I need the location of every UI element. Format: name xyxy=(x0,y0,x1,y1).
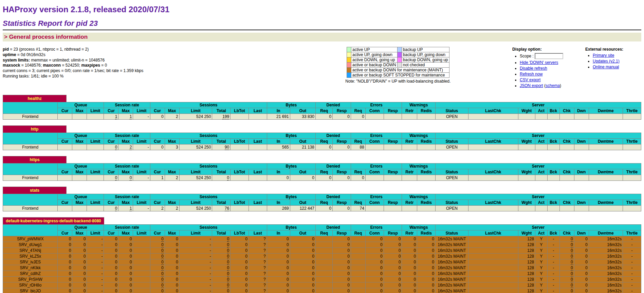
display-option-link[interactable]: Hide 'DOWN' servers xyxy=(520,60,558,65)
row-name: SRV_pWMWX xyxy=(3,236,58,242)
proxy-name-row: stats xyxy=(3,187,641,194)
stat-cell xyxy=(384,144,402,150)
column-header: Total xyxy=(212,108,231,114)
proxy-name-link[interactable]: https xyxy=(3,156,67,163)
stat-cell: OPEN xyxy=(436,144,468,150)
stat-cell: 0 xyxy=(58,271,72,277)
display-option-item: Disable refresh xyxy=(520,66,585,71)
display-option-link[interactable]: Disable refresh xyxy=(520,66,547,71)
row-name: SRV_4TANj xyxy=(3,248,58,254)
stat-cell: 0 xyxy=(104,236,118,242)
stat-cell: 16m32s MAINT xyxy=(436,271,468,277)
group-header: Warnings xyxy=(402,194,436,200)
stat-cell: 0 xyxy=(384,271,402,277)
proxy-section: statsQueueSession rateSessionsBytesDenie… xyxy=(3,187,641,211)
info-key: pid xyxy=(3,47,9,52)
stat-cell: 0 xyxy=(118,259,133,265)
stat-cell: - xyxy=(623,277,641,282)
stat-cell xyxy=(518,206,535,211)
stat-cell xyxy=(316,242,333,248)
stat-cell: ? xyxy=(249,265,267,271)
stat-cell: 16m32s MAINT xyxy=(436,265,468,271)
column-header: Resp xyxy=(384,139,402,144)
stat-cell: 0 xyxy=(104,271,118,277)
haproxy-version-link[interactable]: HAProxy version 2.1.8, released 2020/07/… xyxy=(3,5,169,14)
stat-cell: 16m32s xyxy=(589,288,623,293)
scope-input[interactable] xyxy=(535,53,563,59)
stat-cell: 0 xyxy=(384,254,402,259)
stat-cell: - xyxy=(623,242,641,248)
stat-cell xyxy=(133,248,150,254)
stat-value: 0 xyxy=(571,242,573,247)
row-name: SRV_nKIkk xyxy=(3,265,58,271)
display-options: Display option: Scope : Hide 'DOWN' serv… xyxy=(512,47,585,89)
stat-cell xyxy=(468,282,518,288)
stat-cell: 0 xyxy=(574,271,589,277)
proxy-name-link[interactable]: default-kubernetes-ingress-default-backe… xyxy=(3,217,104,224)
info-key: maxconn xyxy=(43,63,61,68)
stat-cell: 0 xyxy=(333,271,351,277)
column-header: Cur xyxy=(150,169,165,175)
stat-cell: 0 xyxy=(316,175,333,181)
stat-value: 0 xyxy=(161,289,164,293)
stat-cell: ? xyxy=(249,242,267,248)
process-info-line: uptime = 0d 0h16m32s xyxy=(3,52,284,58)
stat-cell: 0 xyxy=(574,248,589,254)
stat-cell: - xyxy=(547,265,559,271)
stat-cell: 0 xyxy=(365,265,384,271)
column-header: Cur xyxy=(58,230,72,236)
stat-cell: 0 xyxy=(333,236,351,242)
row-name: Frontend xyxy=(3,144,58,150)
proxy-name-link[interactable]: http xyxy=(3,125,67,133)
stat-cell: 0 xyxy=(417,242,436,248)
column-header: Bck xyxy=(547,108,559,114)
column-header: Redis xyxy=(417,139,436,144)
stat-cell: 0 xyxy=(231,282,249,288)
display-option-link[interactable]: CSV export xyxy=(520,77,540,82)
stat-cell: 0 xyxy=(104,282,118,288)
stat-cell: 16m32s MAINT xyxy=(436,242,468,248)
external-resource-link[interactable]: Primary site xyxy=(593,53,614,58)
column-header: LbTot xyxy=(231,108,249,114)
display-option-text: ( xyxy=(543,83,546,88)
stat-cell: 2 xyxy=(150,206,165,211)
legend-label: active or backup DOWN xyxy=(351,63,398,68)
stat-cell: 0 xyxy=(365,282,384,288)
table-row: SRV_nKIkk00-0000-00?000000016m32s MAINT1… xyxy=(3,265,641,271)
column-header: Act xyxy=(535,139,547,144)
info-text: Running tasks: 1/61; idle = 100 % xyxy=(3,74,63,79)
column-header: Thrtle xyxy=(623,200,641,206)
stat-cell: 0 xyxy=(351,114,365,120)
stat-cell: 128 xyxy=(518,265,535,271)
display-option-link[interactable]: schema xyxy=(546,83,560,88)
proxy-name-link[interactable]: stats xyxy=(3,187,67,194)
stat-cell: 88 xyxy=(351,144,365,150)
table-row: SRV_PrSHW00-0000-00?000000016m32s MAINT1… xyxy=(3,277,641,282)
stats-table: QueueSession rateSessionsBytesDeniedErro… xyxy=(3,102,641,120)
stat-cell: 122 447 xyxy=(290,206,315,211)
stat-cell: 0 xyxy=(290,236,315,242)
column-header: Total xyxy=(212,169,231,175)
stat-cell: 0 xyxy=(402,236,417,242)
stats-table-body: SRV_pWMWX00-0000-00?000000016m32s MAINT1… xyxy=(3,236,641,293)
proxy-name-link[interactable]: healthz xyxy=(3,95,67,102)
stat-cell xyxy=(351,259,365,265)
group-header-row: QueueSession rateSessionsBytesDeniedErro… xyxy=(3,163,641,169)
stat-cell: 0 xyxy=(58,259,72,265)
display-option-link[interactable]: JSON export xyxy=(520,83,543,88)
stat-cell: 16m32s xyxy=(589,236,623,242)
header-divider xyxy=(3,30,641,30)
group-header: Warnings xyxy=(402,163,436,169)
stat-cell xyxy=(316,271,333,277)
stats-table-body: Frontend01-22524 25076269122 4470074OPEN xyxy=(3,206,641,211)
display-option-link[interactable]: Refresh now xyxy=(520,72,542,76)
stat-cell: 0 xyxy=(104,265,118,271)
stat-cell: 0 xyxy=(574,282,589,288)
stat-cell xyxy=(417,144,436,150)
group-header: Errors xyxy=(351,133,402,139)
stat-cell: 0 xyxy=(72,248,87,254)
external-resource-link[interactable]: Online manual xyxy=(593,65,619,69)
column-header: Conn xyxy=(365,200,384,206)
column-header: Total xyxy=(212,230,231,236)
external-resource-link[interactable]: Updates (v2.1) xyxy=(593,59,620,64)
